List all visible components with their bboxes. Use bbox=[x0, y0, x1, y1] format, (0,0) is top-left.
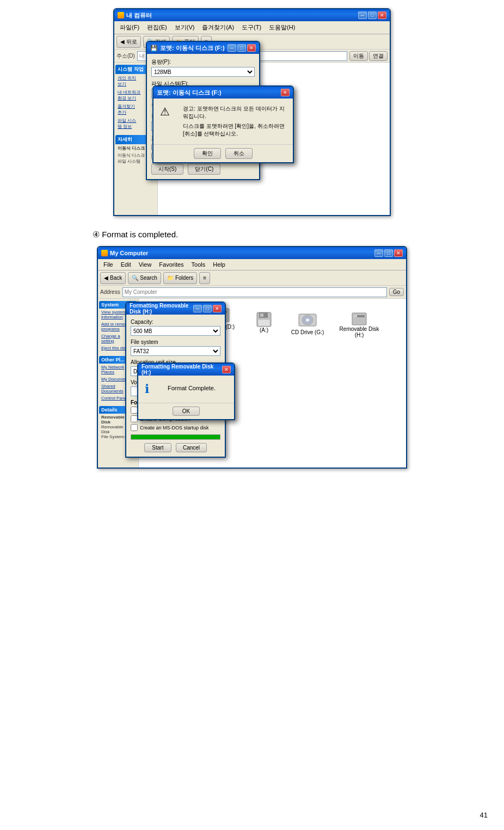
menu-tools[interactable]: 도구(T) bbox=[238, 22, 265, 33]
ms-dos-cb-en[interactable] bbox=[131, 424, 138, 431]
progress-bar-fill bbox=[131, 435, 220, 439]
step4-label: ④ Format is completed. bbox=[93, 230, 504, 239]
floppy-svg bbox=[256, 312, 272, 327]
warning-title: 포맷: 이동식 디스크 (F:) bbox=[157, 89, 222, 97]
maximize-button[interactable]: □ bbox=[368, 11, 377, 19]
cancel-button[interactable]: 취소 bbox=[225, 148, 253, 159]
ok-button[interactable]: 확인 bbox=[194, 148, 221, 159]
format-max-en[interactable]: □ bbox=[203, 305, 212, 312]
cd-drive-icon[interactable]: CD Drive (G:) bbox=[286, 310, 329, 340]
floppy-label: (A:) bbox=[260, 327, 268, 333]
link-button[interactable]: 연결 bbox=[369, 51, 388, 61]
removable-svg bbox=[352, 312, 367, 326]
filesystem-label-en: File system bbox=[131, 339, 220, 345]
start-button[interactable]: 시작(S) bbox=[151, 164, 183, 175]
cd-svg bbox=[298, 312, 317, 329]
capacity-row: 용량(P): 128MB bbox=[151, 58, 255, 77]
format-icon: 💾 bbox=[150, 45, 158, 52]
complete-close[interactable]: ✕ bbox=[222, 366, 231, 373]
back-button[interactable]: ◀ 뒤로 bbox=[116, 36, 141, 48]
window-controls: ─ □ ✕ bbox=[358, 11, 386, 19]
view-btn-en[interactable]: ≡ bbox=[199, 272, 210, 284]
complete-dialog-title: Formatting Removable Disk (H:) bbox=[142, 364, 222, 376]
warning-text: 경고: 포맷하면 디스크의 모든 데이터가 지워집니다. 디스크를 포맷하려면 … bbox=[183, 105, 286, 138]
window-icon2 bbox=[101, 250, 108, 256]
menu-help[interactable]: 도움말(H) bbox=[266, 22, 298, 33]
format-dialog-title: 포맷: 이동식 디스크 (F:) bbox=[160, 44, 225, 52]
folders-icon-en: 📁 bbox=[167, 275, 174, 281]
warning-titlebar: 포맷: 이동식 디스크 (F:) ✕ bbox=[153, 87, 293, 99]
warning-close[interactable]: ✕ bbox=[281, 89, 290, 96]
back-arrow-icon: ◀ bbox=[120, 39, 125, 45]
main-window-english: My Computer ─ □ ✕ File Edit View Favorit… bbox=[97, 246, 407, 469]
close-btn2[interactable]: ✕ bbox=[394, 249, 403, 257]
format-buttons: 시작(S) 닫기(C) bbox=[151, 164, 255, 175]
svg-rect-13 bbox=[258, 319, 270, 326]
capacity-label-en: Capacity: bbox=[131, 319, 220, 325]
warning-line2: 디스크를 포맷하려면 [확인]을, 취소하려면 [취소]를 선택하십시오. bbox=[183, 122, 286, 138]
format-title-en: Formatting Removable Disk (H:) bbox=[130, 303, 193, 315]
format-close[interactable]: ✕ bbox=[247, 44, 256, 52]
menu-favorites[interactable]: 즐겨찾기(A) bbox=[199, 22, 237, 33]
menu-file-en[interactable]: File bbox=[100, 260, 116, 269]
format-dialog-english: Formatting Removable Disk (H:) ─ □ ✕ Cap… bbox=[125, 302, 226, 458]
format-dialog-titlebar: 💾 포맷: 이동식 디스크 (F:) ─ □ ✕ bbox=[147, 42, 259, 54]
address-label: 주소(D) bbox=[116, 52, 135, 60]
folders-button-en[interactable]: 📁 Folders bbox=[163, 272, 197, 284]
minimize-btn2[interactable]: ─ bbox=[374, 249, 383, 257]
close-button-format[interactable]: 닫기(C) bbox=[188, 164, 220, 175]
cd-label: CD Drive (G:) bbox=[291, 329, 324, 335]
screenshot1-container: 내 컴퓨터 ─ □ ✕ 파일(F) 편집(E) 보기(V) 즐겨찾기(A) 도구… bbox=[113, 8, 391, 216]
menubar-english: File Edit View Favorites Tools Help bbox=[98, 259, 406, 270]
capacity-select[interactable]: 128MB bbox=[151, 67, 255, 77]
menubar-korean: 파일(F) 편집(E) 보기(V) 즐겨찾기(A) 도구(T) 도움말(H) bbox=[114, 21, 390, 34]
svg-rect-20 bbox=[354, 315, 357, 317]
search-button-en[interactable]: 🔍 Search bbox=[128, 272, 161, 284]
capacity-select-en[interactable]: 500 MB bbox=[131, 326, 220, 336]
back-arrow-icon-en: ◀ bbox=[104, 275, 108, 281]
window-title: 내 컴퓨터 bbox=[126, 11, 152, 20]
titlebar-korean: 내 컴퓨터 ─ □ ✕ bbox=[114, 9, 390, 21]
titlebar-english: My Computer ─ □ ✕ bbox=[98, 247, 406, 259]
format-buttons-en: Start Cancel bbox=[131, 443, 220, 452]
menu-tools-en[interactable]: Tools bbox=[188, 260, 209, 269]
warning-body: ⚠ 경고: 포맷하면 디스크의 모든 데이터가 지워집니다. 디스크를 포맷하려… bbox=[153, 99, 293, 144]
menu-edit-en[interactable]: Edit bbox=[118, 260, 134, 269]
format-minimize[interactable]: ─ bbox=[228, 44, 236, 52]
warning-buttons: 확인 취소 bbox=[153, 144, 293, 162]
go-button[interactable]: Go bbox=[389, 288, 404, 296]
menu-view-en[interactable]: View bbox=[136, 260, 155, 269]
format-maximize[interactable]: □ bbox=[237, 44, 246, 52]
menu-favorites-en[interactable]: Favorites bbox=[156, 260, 187, 269]
start-btn-en[interactable]: Start bbox=[144, 443, 171, 452]
complete-message: Format Complete. bbox=[168, 382, 216, 392]
format-min-en[interactable]: ─ bbox=[193, 305, 202, 312]
ok-btn-complete[interactable]: OK bbox=[173, 407, 200, 416]
menu-view[interactable]: 보기(V) bbox=[171, 22, 198, 33]
progress-bar-container bbox=[131, 434, 220, 440]
page-number: 41 bbox=[480, 811, 488, 819]
window-icon bbox=[118, 12, 124, 19]
maximize-btn2[interactable]: □ bbox=[384, 249, 393, 257]
back-button-en[interactable]: ◀ Back bbox=[100, 272, 126, 284]
content-area-english: System View systeminformation Add or rem… bbox=[98, 299, 406, 468]
minimize-button[interactable]: ─ bbox=[358, 11, 367, 19]
menu-edit[interactable]: 편집(E) bbox=[144, 22, 170, 33]
cancel-btn-en[interactable]: Cancel bbox=[176, 443, 207, 452]
address-input-en[interactable] bbox=[122, 287, 387, 297]
move-button[interactable]: 이동 bbox=[349, 51, 368, 61]
close-button[interactable]: ✕ bbox=[378, 11, 386, 19]
capacity-label: 용량(P): bbox=[151, 58, 255, 66]
menu-file[interactable]: 파일(F) bbox=[116, 22, 143, 33]
warning-dialog: 포맷: 이동식 디스크 (F:) ✕ ⚠ 경고: 포맷하면 디스크의 모든 데이… bbox=[152, 85, 294, 163]
complete-titlebar: Formatting Removable Disk (H:) ✕ bbox=[138, 364, 234, 376]
filesystem-select-en[interactable]: FAT32 bbox=[131, 346, 220, 356]
svg-rect-12 bbox=[260, 313, 263, 317]
menu-help-en[interactable]: Help bbox=[210, 260, 229, 269]
removable-disk-icon[interactable]: Removable Disk (H:) bbox=[335, 310, 384, 340]
window-title-english: My Computer bbox=[110, 250, 148, 256]
format-close-en[interactable]: ✕ bbox=[213, 305, 222, 312]
floppy-icon[interactable]: (A:) bbox=[248, 310, 280, 340]
warning-icon: ⚠ bbox=[160, 105, 177, 118]
screenshot2-container: My Computer ─ □ ✕ File Edit View Favorit… bbox=[97, 246, 407, 469]
